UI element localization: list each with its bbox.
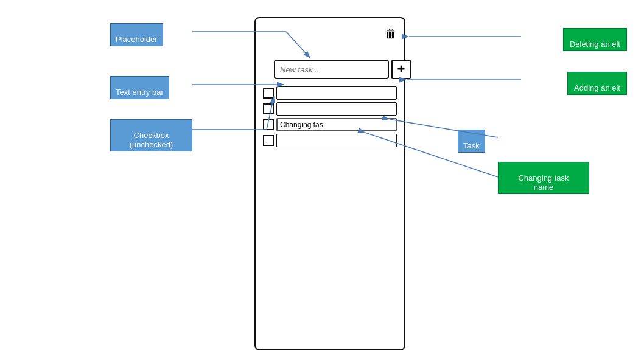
deleting-an-elt-label: Deleting an elt	[563, 28, 627, 51]
task-checkbox-2[interactable]	[263, 103, 274, 114]
trash-icon[interactable]: 🗑	[385, 27, 397, 41]
task-input[interactable]	[274, 60, 389, 79]
task-item-3: Changing tas	[263, 118, 397, 131]
add-button[interactable]: +	[391, 60, 411, 79]
task-label-4[interactable]	[276, 134, 397, 147]
task-item-2	[263, 102, 397, 116]
task-item-4	[263, 134, 397, 147]
adding-an-elt-label: Adding an elt	[567, 72, 627, 95]
phone-frame: 🗑 + Changing tas	[254, 17, 405, 350]
changing-task-name-label: Changing task name	[498, 162, 589, 194]
input-row: +	[274, 60, 397, 79]
task-label-1[interactable]	[276, 86, 397, 100]
text-entry-bar-label: Text entry bar	[110, 76, 169, 99]
task-label: Task	[458, 130, 485, 153]
task-checkbox-4[interactable]	[263, 135, 274, 146]
checkbox-label: Checkbox (unchecked)	[110, 119, 192, 151]
task-label-3[interactable]: Changing tas	[276, 118, 397, 131]
task-label-2[interactable]	[276, 102, 397, 116]
task-list: Changing tas	[263, 86, 397, 150]
placeholder-label: Placeholder	[110, 23, 163, 46]
task-item-1	[263, 86, 397, 100]
task-checkbox-3[interactable]	[263, 119, 274, 130]
task-checkbox-1[interactable]	[263, 88, 274, 99]
